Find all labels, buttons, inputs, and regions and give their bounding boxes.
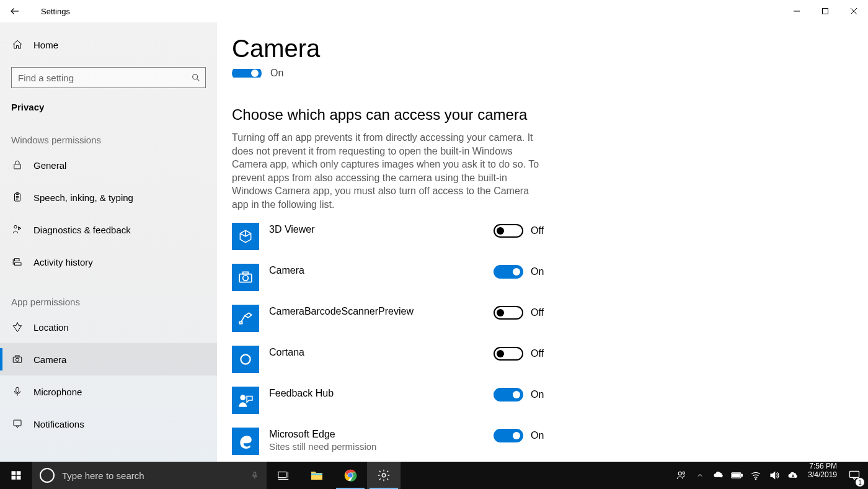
search-input[interactable] [11, 67, 206, 88]
time: 7:56 PM [808, 462, 837, 470]
svg-rect-25 [239, 321, 242, 323]
app-toggle[interactable] [494, 429, 523, 442]
page-title: Camera [232, 35, 849, 63]
cloud-sync-icon[interactable] [787, 469, 799, 482]
clipboard-icon [11, 192, 24, 203]
main-content: Camera On Choose which apps can access y… [217, 22, 868, 462]
svg-rect-46 [850, 471, 859, 477]
sidebar: Home Privacy Windows permissions General… [0, 22, 217, 462]
clock[interactable]: 7:56 PM 3/4/2019 [804, 462, 841, 489]
toggle-label: Off [531, 225, 548, 236]
app-list: 3D Viewer Off Camera On CameraBarcodeSca… [232, 223, 548, 462]
sidebar-item-label: Diagnostics & feedback [33, 225, 131, 235]
sidebar-item-microphone[interactable]: Microphone [0, 375, 217, 408]
svg-rect-34 [278, 472, 286, 478]
notification-icon [11, 418, 24, 429]
toggle-label: On [531, 430, 548, 441]
app-icon-cortana [232, 346, 259, 373]
toggle-label: On [531, 266, 548, 277]
microphone-icon [11, 386, 24, 397]
taskbar-search[interactable]: Type here to search [32, 462, 267, 489]
app-row-feedback-hub: Feedback Hub On [232, 387, 548, 414]
sidebar-item-diagnostics[interactable]: Diagnostics & feedback [0, 213, 217, 246]
svg-point-40 [678, 472, 681, 475]
search-wrap [11, 67, 206, 88]
system-tray [670, 462, 804, 489]
home-nav[interactable]: Home [0, 27, 217, 62]
svg-rect-6 [14, 164, 21, 169]
app-toggle[interactable] [494, 347, 523, 361]
chrome-button[interactable] [334, 462, 367, 489]
svg-rect-18 [16, 356, 19, 357]
app-toggle[interactable] [494, 388, 523, 402]
section-description: Turning off an app prevents it from dire… [232, 131, 542, 212]
tray-chevron-icon[interactable] [694, 469, 706, 482]
app-toggle[interactable] [494, 224, 523, 238]
svg-rect-32 [254, 472, 256, 476]
wifi-icon[interactable] [750, 469, 762, 482]
svg-rect-28 [12, 471, 16, 475]
maximize-button[interactable] [811, 0, 839, 22]
sidebar-item-camera[interactable]: Camera [0, 343, 217, 375]
timeline-icon [11, 256, 24, 267]
app-name: Microsoft Edge [269, 429, 484, 440]
svg-rect-14 [15, 259, 20, 261]
section-heading: Choose which apps can access your camera [232, 106, 849, 123]
sidebar-item-label: Speech, inking, & typing [33, 192, 133, 203]
app-row-cortana: Cortana Off [232, 346, 548, 373]
location-icon [11, 321, 24, 333]
svg-rect-15 [15, 263, 22, 266]
settings-button[interactable] [367, 462, 401, 489]
sidebar-item-location[interactable]: Location [0, 311, 217, 343]
app-name: 3D Viewer [269, 224, 315, 235]
app-name: Feedback Hub [269, 388, 334, 398]
home-label: Home [33, 40, 58, 50]
sidebar-item-label: Microphone [33, 387, 82, 397]
sidebar-item-activity[interactable]: Activity history [0, 246, 217, 278]
toggle-label: Off [531, 348, 548, 359]
minimize-button[interactable] [782, 0, 811, 22]
onedrive-icon[interactable] [712, 469, 725, 482]
svg-point-26 [241, 354, 250, 364]
app-icon-barcode [232, 305, 259, 332]
camera-icon [11, 354, 24, 365]
window-title: Settings [41, 7, 70, 16]
app-toggle[interactable] [494, 265, 523, 279]
close-button[interactable] [839, 0, 868, 22]
task-view-button[interactable] [267, 462, 300, 489]
back-button[interactable] [0, 0, 30, 22]
svg-rect-44 [733, 474, 740, 477]
svg-rect-19 [16, 387, 19, 392]
svg-point-39 [382, 473, 386, 477]
app-name: Camera [269, 265, 304, 276]
people-icon[interactable] [675, 469, 688, 482]
battery-icon[interactable] [731, 469, 743, 482]
svg-point-41 [683, 472, 685, 474]
app-icon-3d-viewer [232, 223, 259, 250]
taskbar: Type here to search 7:56 PM 3/4/2019 1 [0, 462, 868, 489]
taskbar-search-placeholder: Type here to search [62, 470, 243, 481]
svg-rect-16 [13, 357, 22, 362]
sidebar-item-notifications[interactable]: Notifications [0, 408, 217, 440]
master-toggle-partial: On [232, 69, 849, 78]
sidebar-item-general[interactable]: General [0, 149, 217, 181]
file-explorer-button[interactable] [300, 462, 334, 489]
group-windows-permissions: Windows permissions [0, 116, 217, 149]
start-button[interactable] [0, 462, 32, 489]
master-camera-toggle[interactable] [232, 69, 262, 78]
svg-point-17 [16, 358, 19, 361]
volume-icon[interactable] [768, 469, 781, 482]
home-icon [11, 39, 24, 50]
app-row-3d-viewer: 3D Viewer Off [232, 223, 548, 250]
svg-point-45 [756, 478, 757, 480]
mic-icon[interactable] [250, 469, 259, 482]
app-toggle[interactable] [494, 306, 523, 320]
category-label: Privacy [0, 88, 217, 116]
sidebar-item-speech[interactable]: Speech, inking, & typing [0, 181, 217, 213]
svg-rect-24 [243, 272, 249, 274]
window-controls [782, 0, 868, 22]
svg-point-27 [240, 395, 246, 400]
titlebar: Settings [0, 0, 868, 22]
action-center-button[interactable]: 1 [841, 462, 868, 489]
toggle-label: Off [531, 307, 548, 318]
